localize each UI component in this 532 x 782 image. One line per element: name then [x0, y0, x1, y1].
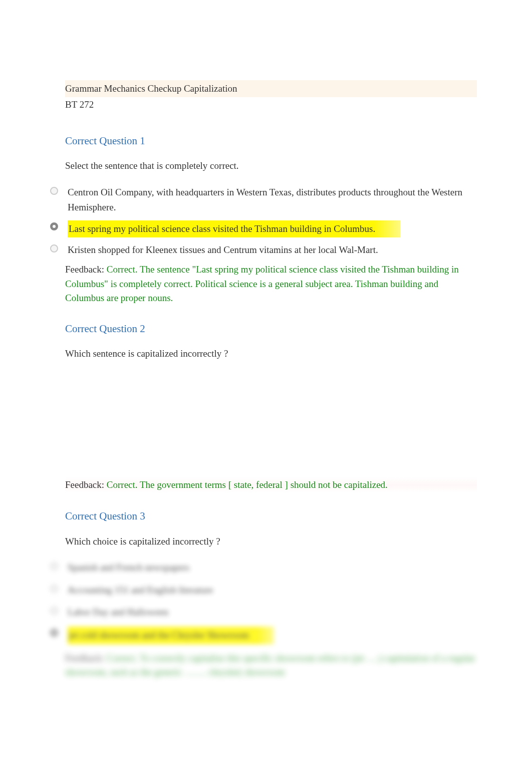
- question-3-option-1[interactable]: Spanish and French newspapers: [65, 560, 477, 575]
- question-1-option-1[interactable]: Centron Oil Company, with headquarters i…: [65, 185, 477, 215]
- feedback-text: Correct. To correctly capitalize this sp…: [65, 653, 475, 678]
- highlighted-answer: jet cold showroom and the Chrysler Showr…: [68, 627, 274, 644]
- question-2-options-hidden: [65, 373, 477, 473]
- feedback-text: Correct. The sentence "Last spring my po…: [65, 264, 459, 303]
- page-subtitle: BT 272: [65, 97, 477, 112]
- feedback-label: Feedback:: [65, 479, 107, 490]
- question-2-prompt: Which sentence is capitalized incorrectl…: [65, 346, 477, 361]
- question-1-prompt: Select the sentence that is completely c…: [65, 158, 477, 173]
- option-text: Labor Day and Halloween: [68, 605, 477, 620]
- question-2-heading: Correct Question 2: [65, 321, 477, 338]
- option-text: jet cold showroom and the Chrysler Showr…: [68, 627, 477, 644]
- radio-selected-icon[interactable]: [50, 222, 58, 230]
- question-2-feedback: Feedback: Correct. The government terms …: [65, 477, 477, 493]
- question-2: Correct Question 2 Which sentence is cap…: [65, 321, 477, 493]
- question-1-option-3[interactable]: Kristen shopped for Kleenex tissues and …: [65, 242, 477, 257]
- page-title: Grammar Mechanics Checkup Capitalization: [65, 83, 237, 94]
- question-3-feedback: Feedback: Correct. To correctly capitali…: [65, 651, 477, 680]
- question-3-heading: Correct Question 3: [65, 508, 477, 525]
- question-1-feedback: Feedback: Correct. The sentence "Last sp…: [65, 263, 477, 306]
- option-text: Accounting 151 and English literature: [68, 583, 477, 598]
- radio-icon[interactable]: [50, 244, 58, 252]
- option-text: Spanish and French newspapers: [68, 560, 477, 575]
- question-3-option-3[interactable]: Labor Day and Halloween: [65, 605, 477, 620]
- page-header: Grammar Mechanics Checkup Capitalization…: [65, 80, 477, 113]
- question-3-prompt: Which choice is capitalized incorrectly …: [65, 534, 477, 549]
- question-3-option-4[interactable]: jet cold showroom and the Chrysler Showr…: [65, 627, 477, 644]
- question-3: Correct Question 3 Which choice is capit…: [65, 508, 477, 680]
- option-text: Last spring my political science class v…: [68, 220, 477, 237]
- option-text: Centron Oil Company, with headquarters i…: [68, 185, 477, 215]
- feedback-label: Feedback:: [65, 264, 107, 275]
- radio-icon[interactable]: [50, 187, 58, 195]
- question-1-heading: Correct Question 1: [65, 133, 477, 150]
- title-row: Grammar Mechanics Checkup Capitalization: [65, 80, 477, 97]
- radio-icon[interactable]: [50, 585, 58, 593]
- radio-selected-icon[interactable]: [50, 629, 58, 637]
- highlighted-answer: Last spring my political science class v…: [68, 220, 400, 237]
- question-1: Correct Question 1 Select the sentence t…: [65, 133, 477, 306]
- feedback-label: Feedback:: [65, 653, 107, 663]
- question-3-option-2[interactable]: Accounting 151 and English literature: [65, 583, 477, 598]
- radio-icon[interactable]: [50, 607, 58, 615]
- radio-icon[interactable]: [50, 562, 58, 570]
- option-text: Kristen shopped for Kleenex tissues and …: [68, 242, 477, 257]
- question-1-option-2[interactable]: Last spring my political science class v…: [65, 220, 477, 237]
- feedback-text: Correct. The government terms [ state, f…: [107, 479, 388, 490]
- question-3-options-blurred: Spanish and French newspapers Accounting…: [65, 560, 477, 644]
